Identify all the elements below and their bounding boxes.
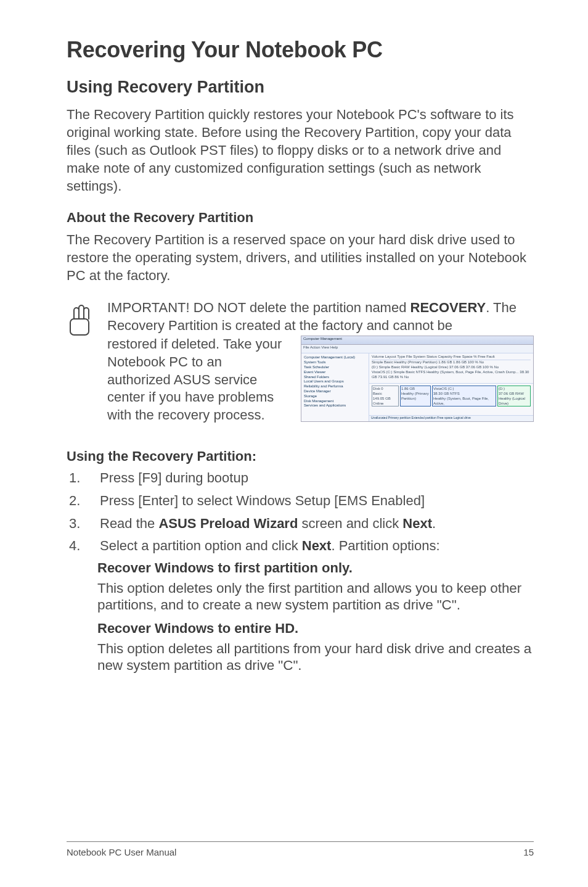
svg-rect-0 [70,319,89,335]
subheading-using: Using the Recovery Partition: [67,448,534,464]
hand-icon [67,299,96,424]
thumb-disk-map: Disk 0 Basic 149.05 GB Online 1.86 GB He… [369,383,533,415]
page-number: 15 [523,847,534,857]
option-heading: Recover Windows to entire HD. [97,621,534,637]
page-title: Recovering Your Notebook PC [67,37,534,63]
option-body: This option deletes all partitions from … [97,640,534,674]
callout-strong: RECOVERY [410,300,486,315]
step-item: Read the ASUS Preload Wizard screen and … [69,515,534,533]
option-body: This option deletes only the first parti… [97,580,534,613]
callout-continued: restored if deleted. Take your Notebook … [107,336,286,424]
partition-option: Recover Windows to first partition only.… [67,560,534,674]
footer-title: Notebook PC User Manual [67,847,176,857]
thumb-legend: Unallocated Primary partition Extended p… [369,415,533,421]
option-heading: Recover Windows to first partition only. [97,560,534,576]
thumb-titlebar: Computer Management [301,336,533,345]
steps-list: Press [F9] during bootup Press [Enter] t… [69,469,534,555]
disk-management-screenshot: Computer Management File Action View Hel… [301,336,534,422]
section-heading: Using Recovery Partition [67,78,534,97]
intro-paragraph: The Recovery Partition quickly restores … [67,105,534,195]
subheading-about: About the Recovery Partition [67,210,534,226]
callout-top-line: IMPORTANT! DO NOT delete the partition n… [107,299,534,334]
thumb-volume-table: Volume Layout Type File System Status Ca… [369,353,533,383]
important-callout: IMPORTANT! DO NOT delete the partition n… [67,299,534,424]
about-paragraph: The Recovery Partition is a reserved spa… [67,231,534,284]
callout-text: IMPORTANT! DO NOT delete the partition n… [107,300,410,315]
thumb-tree: Computer Management (Local) System Tools… [301,353,369,421]
step-item: Select a partition option and click Next… [69,537,534,555]
step-item: Press [Enter] to select Windows Setup [E… [69,492,534,510]
thumb-menubar: File Action View Help [301,345,533,353]
page-footer: Notebook PC User Manual 15 [67,841,534,857]
step-item: Press [F9] during bootup [69,469,534,487]
